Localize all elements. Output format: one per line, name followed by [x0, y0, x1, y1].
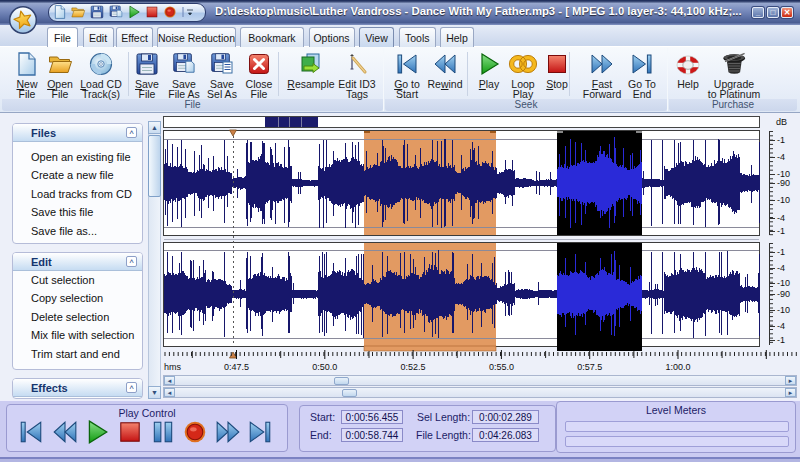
svg-text:1:00.0: 1:00.0: [665, 362, 690, 372]
svg-text:hms: hms: [164, 362, 182, 372]
svg-text:0:57.5: 0:57.5: [577, 362, 602, 372]
svg-text:0:47.5: 0:47.5: [224, 362, 249, 372]
svg-text:0:50.0: 0:50.0: [312, 362, 337, 372]
svg-text:0:52.5: 0:52.5: [401, 362, 426, 372]
svg-text:0:55.0: 0:55.0: [489, 362, 514, 372]
